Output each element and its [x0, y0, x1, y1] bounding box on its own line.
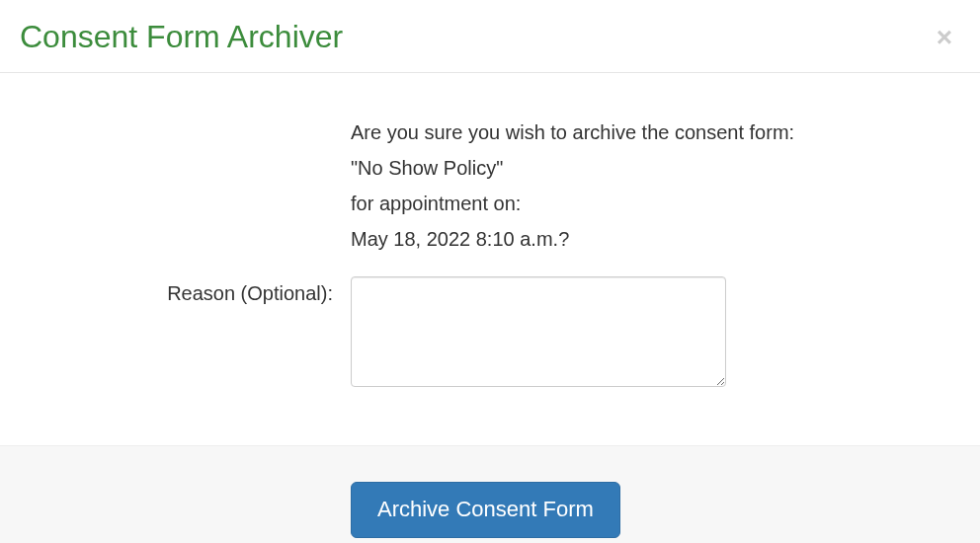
footer-spacer	[20, 482, 351, 537]
confirmation-text: Are you sure you wish to archive the con…	[351, 115, 960, 257]
confirmation-label-spacer	[20, 115, 351, 257]
modal-header: Consent Form Archiver ×	[0, 0, 980, 73]
archive-button[interactable]: Archive Consent Form	[351, 482, 620, 537]
close-icon[interactable]: ×	[933, 24, 956, 51]
consent-archiver-modal: Consent Form Archiver × Are you sure you…	[0, 0, 980, 543]
confirm-line-2: for appointment on:	[351, 186, 960, 221]
modal-body: Are you sure you wish to archive the con…	[0, 73, 980, 445]
confirm-datetime: May 18, 2022 8:10 a.m.?	[351, 221, 960, 257]
modal-footer: Archive Consent Form	[0, 445, 980, 543]
reason-label: Reason (Optional):	[167, 276, 333, 305]
modal-title: Consent Form Archiver	[20, 20, 343, 54]
confirm-form-name: "No Show Policy"	[351, 150, 960, 186]
confirmation-row: Are you sure you wish to archive the con…	[20, 115, 960, 257]
reason-row: Reason (Optional):	[20, 276, 960, 390]
confirm-line-1: Are you sure you wish to archive the con…	[351, 115, 960, 150]
reason-label-col: Reason (Optional):	[20, 276, 351, 390]
reason-input-col	[351, 276, 960, 390]
reason-input[interactable]	[351, 276, 726, 387]
